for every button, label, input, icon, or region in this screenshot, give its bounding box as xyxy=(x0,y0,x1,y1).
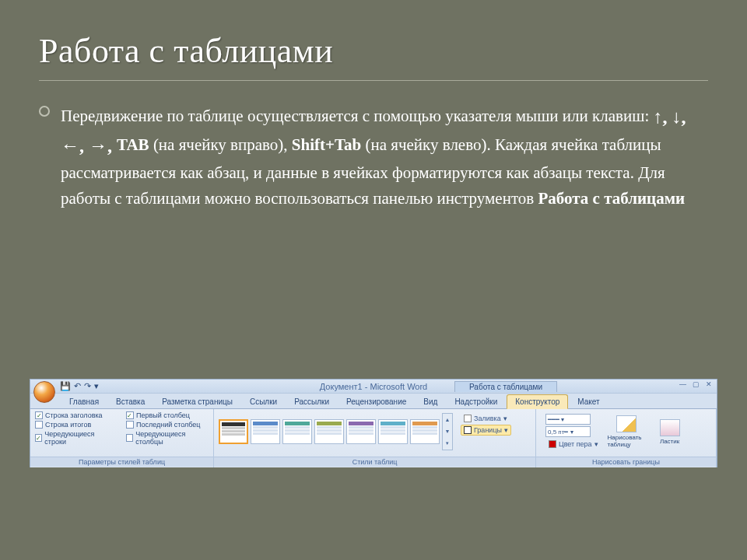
chk-header-row[interactable]: ✓Строка заголовка xyxy=(35,411,112,419)
tab-desc: (на ячейку вправо), xyxy=(153,135,292,154)
tab-key: TAB xyxy=(117,135,149,154)
style-thumb[interactable] xyxy=(410,419,440,444)
style-thumb[interactable] xyxy=(282,419,312,444)
quick-access-toolbar[interactable]: 💾 ↶ ↷ ▾ xyxy=(60,381,99,391)
chevron-down-icon: ▾ xyxy=(504,426,508,434)
group-draw-borders: ━━━ ▾ 0,5 пт ━ ▾ Цвет пера▾ Нарисовать т… xyxy=(536,409,717,467)
tab-references[interactable]: Ссылки xyxy=(242,395,285,408)
style-thumb[interactable] xyxy=(346,419,376,444)
document-title: Документ1 - Microsoft Word xyxy=(320,382,427,391)
group-label-styles: Стили таблиц xyxy=(214,457,535,467)
draw-table-button[interactable]: Нарисовать таблицу xyxy=(608,415,645,448)
tab-review[interactable]: Рецензирование xyxy=(338,395,414,408)
eraser-icon xyxy=(660,419,680,436)
save-icon[interactable]: 💾 xyxy=(60,381,71,391)
ribbon-tabs: Главная Вставка Разметка страницы Ссылки… xyxy=(30,394,717,409)
group-label-options: Параметры стилей таблиц xyxy=(30,457,213,467)
shading-button[interactable]: Заливка▾ xyxy=(461,413,511,424)
title-bar: 💾 ↶ ↷ ▾ Документ1 - Microsoft Word Работ… xyxy=(30,380,717,394)
tab-layout[interactable]: Макет xyxy=(570,395,607,408)
eraser-button[interactable]: Ластик xyxy=(651,419,689,445)
shift-tab-key: Shift+Tab xyxy=(292,135,361,154)
window-controls[interactable]: —▢✕ xyxy=(679,380,712,388)
group-table-styles: ▲▼▾ Заливка▾ Границы▾ Стили таблиц xyxy=(214,409,536,467)
panel-name: Работа с таблицами xyxy=(538,189,685,208)
pencil-table-icon xyxy=(616,415,637,432)
chk-last-col[interactable]: Последний столбец xyxy=(126,421,209,429)
undo-icon[interactable]: ↶ xyxy=(74,381,81,391)
tab-design[interactable]: Конструктор xyxy=(507,394,568,409)
tab-home[interactable]: Главная xyxy=(61,395,107,408)
style-thumb[interactable] xyxy=(314,419,344,444)
pen-color-button[interactable]: Цвет пера▾ xyxy=(545,439,601,450)
chk-banded-rows[interactable]: ✓Чередующиеся строки xyxy=(35,430,112,446)
styles-gallery[interactable]: ▲▼▾ xyxy=(219,411,453,452)
tab-mailings[interactable]: Рассылки xyxy=(286,395,337,408)
contextual-tab-label: Работа с таблицами xyxy=(454,381,557,392)
slide-title: Работа с таблицами xyxy=(39,31,708,81)
body-paragraph: Передвижение по таблице осуществляется с… xyxy=(39,103,708,211)
style-thumb[interactable] xyxy=(219,419,248,444)
borders-button[interactable]: Границы▾ xyxy=(461,425,511,436)
body-pre: Передвижение по таблице осуществляется с… xyxy=(61,107,653,125)
group-label-draw: Нарисовать границы xyxy=(536,457,716,467)
chevron-down-icon: ▾ xyxy=(503,415,507,422)
line-style-select[interactable]: ━━━ ▾ xyxy=(545,414,591,425)
office-button[interactable] xyxy=(33,381,55,403)
tab-page-layout[interactable]: Разметка страницы xyxy=(154,395,240,408)
qat-dropdown-icon[interactable]: ▾ xyxy=(94,381,99,391)
tab-view[interactable]: Вид xyxy=(416,395,445,408)
bullet-icon xyxy=(39,106,50,117)
tab-addins[interactable]: Надстройки xyxy=(447,395,505,408)
chk-first-col[interactable]: ✓Первый столбец xyxy=(126,411,209,419)
chk-banded-cols[interactable]: Чередующиеся столбцы xyxy=(126,430,209,446)
chk-total-row[interactable]: Строка итогов xyxy=(35,421,112,429)
style-thumb[interactable] xyxy=(378,419,408,444)
word-ribbon: 💾 ↶ ↷ ▾ Документ1 - Microsoft Word Работ… xyxy=(30,379,717,467)
redo-icon[interactable]: ↷ xyxy=(84,381,91,391)
gallery-scroll[interactable]: ▲▼▾ xyxy=(442,413,453,450)
style-thumb[interactable] xyxy=(251,419,280,444)
tab-insert[interactable]: Вставка xyxy=(108,395,153,408)
group-style-options: ✓Строка заголовка Строка итогов ✓Чередую… xyxy=(30,409,214,467)
line-width-select[interactable]: 0,5 пт ━ ▾ xyxy=(545,426,591,437)
